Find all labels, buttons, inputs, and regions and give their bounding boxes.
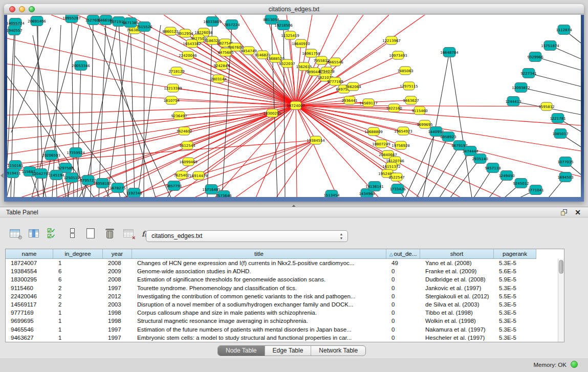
graph-node[interactable]: 16099469 <box>179 158 198 166</box>
graph-node[interactable]: 9236497 <box>171 112 187 120</box>
graph-edge[interactable] <box>11 28 51 133</box>
table-cell[interactable]: 0 <box>386 267 420 275</box>
graph-edge[interactable] <box>182 105 296 175</box>
table-cell[interactable]: 5.3E-5 <box>494 284 536 292</box>
table-cell[interactable]: Estimation of significance thresholds fo… <box>132 275 386 283</box>
graph-node[interactable]: 1573646 <box>215 191 232 198</box>
graph-edge[interactable] <box>296 105 297 197</box>
table-cell[interactable]: 5.3E-5 <box>494 325 536 334</box>
graph-edge[interactable] <box>296 105 581 177</box>
graph-node[interactable]: 19756928 <box>391 141 410 149</box>
graph-node[interactable]: 1192348 <box>126 188 142 198</box>
table-cell[interactable]: 6 <box>53 267 103 275</box>
column-header-name[interactable]: name <box>6 249 53 259</box>
table-cell[interactable]: 18300295 <box>6 275 53 283</box>
table-cell[interactable]: 1997 <box>103 284 132 292</box>
column-header-out_de[interactable]: △out_de... <box>386 249 420 259</box>
graph-node[interactable]: 7515526 <box>136 22 153 32</box>
table-cell[interactable]: 2003 <box>103 300 132 309</box>
graph-node[interactable]: 7462064 <box>345 82 361 91</box>
table-cell[interactable]: Disruption of a novel member of a sodium… <box>132 300 386 309</box>
graph-node[interactable]: 12093872 <box>512 83 530 93</box>
graph-node[interactable]: 1595812 <box>538 102 554 111</box>
table-cell[interactable]: 49 <box>386 259 420 267</box>
graph-node[interactable]: 1077035 <box>557 157 573 167</box>
graph-edge[interactable] <box>296 105 391 166</box>
table-cell[interactable]: 5.3E-5 <box>494 317 536 325</box>
graph-node[interactable]: 7857224 <box>224 20 240 30</box>
table-cell[interactable]: 9777169 <box>6 309 53 317</box>
table-cell[interactable]: Embryonic stem cells: a model to study s… <box>132 334 386 342</box>
graph-node[interactable]: 1513454 <box>323 190 340 198</box>
graph-edge[interactable] <box>130 23 135 197</box>
table-cell[interactable]: 1 <box>53 334 103 342</box>
graph-node[interactable]: 16914479 <box>189 171 208 180</box>
table-cell[interactable]: 19384554 <box>6 267 53 275</box>
table-cell[interactable]: 1 <box>53 259 103 267</box>
table-cell[interactable]: Corpus callosum shape and size in male p… <box>132 309 386 317</box>
graph-edge[interactable] <box>7 113 272 173</box>
graph-edge[interactable] <box>104 28 156 197</box>
graph-node[interactable]: 20206593 <box>42 150 60 160</box>
graph-node[interactable]: 1810754 <box>163 96 180 104</box>
graph-node[interactable]: 1733426 <box>389 184 406 194</box>
table-cell[interactable]: 9465546 <box>6 325 53 334</box>
table-cell[interactable]: 0 <box>386 325 420 334</box>
graph-node[interactable]: 1244413 <box>505 97 521 106</box>
table-cell[interactable]: Wolkin et al. (1998) <box>420 317 494 325</box>
graph-edge[interactable] <box>428 145 460 197</box>
table-row[interactable]: 946554611997Estimation of the future num… <box>6 325 536 334</box>
graph-edge[interactable] <box>144 27 144 197</box>
table-row[interactable]: 2242004622012Investigating the contribut… <box>6 292 536 300</box>
graph-node[interactable]: 1250515 <box>63 173 79 183</box>
tab-edge-table[interactable]: Edge Table <box>265 346 312 356</box>
graph-edge[interactable] <box>89 25 171 197</box>
table-cell[interactable]: Hescheler et al. (1997) <box>420 334 494 342</box>
float-panel-icon[interactable] <box>561 209 568 216</box>
graph-node[interactable]: 1822160 <box>386 104 402 112</box>
column-header-year[interactable]: year <box>103 249 132 259</box>
graph-node[interactable]: 2935140 <box>472 154 488 164</box>
table-row[interactable]: 1830029562008Estimation of significance … <box>6 275 536 283</box>
table-cell[interactable]: 0 <box>386 309 420 317</box>
graph-node[interactable]: 12975115 <box>400 82 418 90</box>
table-cell[interactable]: 1998 <box>103 317 132 325</box>
graph-node[interactable]: 10688809 <box>364 127 383 136</box>
table-cell[interactable]: 9699695 <box>6 317 53 325</box>
table-cell[interactable]: Yano et al. (2008) <box>420 259 494 267</box>
new-table-icon[interactable] <box>85 228 97 240</box>
table-cell[interactable]: 5.5E-5 <box>494 292 536 300</box>
graph-edge[interactable] <box>440 151 470 197</box>
table-cell[interactable]: 18724007 <box>6 259 53 267</box>
table-row[interactable]: 977716911998Corpus callosum shape and si… <box>6 309 536 317</box>
close-panel-icon[interactable]: ✕ <box>575 208 581 216</box>
table-cell[interactable]: 14569117 <box>6 300 53 309</box>
graph-node[interactable]: 3919411 <box>7 168 21 178</box>
graph-node[interactable]: 1221781 <box>550 114 565 123</box>
table-cell[interactable]: Jankovic et al. (1997) <box>420 284 494 292</box>
table-selector-dropdown[interactable]: citations_edges.txt ▲▼ <box>146 230 348 242</box>
table-cell[interactable]: 1 <box>53 325 103 334</box>
graph-node[interactable]: 1694503 <box>557 172 573 182</box>
memory-status-dot[interactable] <box>571 361 578 368</box>
scrollbar-thumb[interactable] <box>559 260 563 274</box>
table-cell[interactable]: 6 <box>53 275 103 283</box>
graph-node[interactable]: 9227341 <box>520 69 536 78</box>
graph-node[interactable]: 9457118 <box>485 163 500 173</box>
table-cell[interactable]: 2 <box>53 292 103 300</box>
table-vertical-scrollbar[interactable] <box>558 259 564 342</box>
column-header-pagerank[interactable]: pagerank <box>494 249 536 259</box>
table-row[interactable]: 969969511998Structural magnetic resonanc… <box>6 317 536 325</box>
graph-node[interactable]: 12213389 <box>164 84 182 92</box>
graph-node[interactable]: 9245012 <box>513 179 529 188</box>
graph-node[interactable]: 9465546 <box>327 58 343 66</box>
graph-edge[interactable] <box>119 21 127 197</box>
table-cell[interactable]: Changes of HCN gene expression and I(f) … <box>132 259 386 267</box>
graph-edge[interactable] <box>84 24 117 197</box>
table-row[interactable]: 946362711997Embryonic stem cells: a mode… <box>6 334 536 342</box>
row-checks-icon[interactable]: ☑✓☑✓ <box>47 228 59 240</box>
table-cell[interactable]: Investigating the contribution of common… <box>132 292 386 300</box>
table-cell[interactable]: Stergiakouli et al. (2012) <box>420 292 494 300</box>
graph-node[interactable]: 20691406 <box>28 16 46 26</box>
table-cell[interactable]: 2008 <box>103 275 132 283</box>
